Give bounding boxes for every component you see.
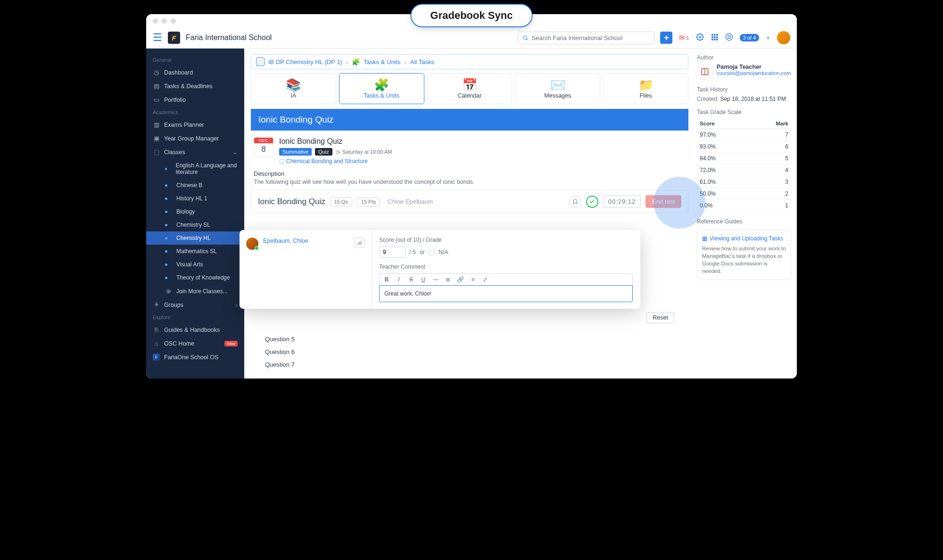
breadcrumb: ⬚ IB DP Chemistry HL (DP 1) › 🧩 Tasks & …	[251, 54, 688, 69]
settings-icon[interactable]	[696, 33, 704, 43]
sidebar-item-exams[interactable]: ▥Exams Planner	[146, 118, 244, 132]
quiz-pill: Quiz	[315, 148, 332, 156]
traffic-close[interactable]	[153, 18, 158, 24]
search-input[interactable]: Search Faria International School	[518, 32, 654, 44]
tile-files[interactable]: 📁Files	[603, 73, 688, 104]
question-item[interactable]: Question 7	[265, 358, 674, 371]
question-item[interactable]: Question 5	[265, 333, 674, 346]
tile-tasks[interactable]: 🧩Tasks & Units	[339, 73, 424, 104]
strike-button[interactable]: S	[408, 276, 414, 283]
traffic-max[interactable]	[171, 18, 176, 24]
sidebar-item-yeargroup[interactable]: ▣Year Group Manager	[146, 132, 244, 145]
comment-editor[interactable]: Great work, Chloe!	[379, 285, 633, 302]
svg-rect-8	[716, 36, 718, 38]
hr-button[interactable]: —	[432, 276, 439, 283]
class-badge-icon[interactable]: ⬚	[256, 58, 265, 66]
italic-button[interactable]: I	[396, 276, 402, 283]
bold-button[interactable]: B	[383, 276, 390, 283]
student-name[interactable]: Epelbaum, Chloe	[263, 238, 308, 244]
grade-scale-row: 97.0%7	[697, 129, 791, 141]
scale-mark: 2	[748, 188, 791, 200]
svg-rect-18	[360, 240, 361, 245]
na-checkbox[interactable]	[429, 249, 435, 255]
dot-icon	[165, 237, 167, 239]
add-button[interactable]: +	[660, 32, 672, 44]
mail-count: 1	[686, 35, 689, 41]
tile-calendar[interactable]: 📅Calendar	[427, 73, 513, 104]
tile-messages[interactable]: ✉️Messages	[515, 73, 600, 104]
bookmark-icon	[572, 199, 578, 205]
author-email[interactable]: courses@pamojaeducation.com	[717, 70, 791, 76]
score-label: Score (out of 10) / Grade	[379, 237, 633, 243]
unit-link[interactable]: ⬚Chemical Bonding and Structure	[279, 158, 392, 165]
dot-icon	[165, 277, 167, 279]
breadcrumb-section[interactable]: Tasks & Units	[364, 58, 401, 66]
sidebar-item-tasks[interactable]: ▤Tasks & Deadlines	[146, 79, 244, 93]
apps-grid-icon[interactable]	[711, 33, 719, 43]
user-avatar[interactable]	[777, 31, 790, 44]
sidebar-item-portfolio[interactable]: ▭Portfolio	[146, 93, 244, 107]
dot-icon	[165, 250, 167, 253]
sidebar-class-tok[interactable]: Theory of Knowledge	[146, 271, 244, 284]
end-test-button[interactable]: End test	[645, 195, 681, 208]
menu-toggle-icon[interactable]: ☰	[153, 32, 162, 44]
folder-icon: 📁	[604, 77, 688, 92]
grade-scale-row: 61.0%3	[697, 176, 791, 188]
sidebar-item-osc[interactable]: ⌂OSC HomeNew	[146, 337, 244, 350]
description-label: Description	[254, 170, 686, 177]
student-avatar[interactable]	[246, 238, 258, 250]
task-title: Ionic Bonding Quiz	[279, 137, 392, 146]
check-button[interactable]	[586, 196, 598, 208]
list-button[interactable]: ≣	[445, 276, 451, 283]
sidebar-class-visual-arts[interactable]: Visual Arts	[146, 258, 244, 271]
traffic-min[interactable]	[162, 18, 167, 24]
sidebar-class-math-sl[interactable]: Mathematics SL	[146, 245, 244, 258]
sidebar-join-classes[interactable]: ⊕Join More Classes...	[146, 284, 244, 298]
nav-tiles: 📚IA 🧩Tasks & Units 📅Calendar ✉️Messages …	[251, 73, 688, 104]
sidebar-class-chinese[interactable]: Chinese B	[146, 179, 244, 192]
questions-list: Question 5 Question 6 Question 7	[251, 327, 688, 377]
brand-logo[interactable]: F	[168, 32, 180, 44]
underline-button[interactable]: U	[420, 276, 427, 283]
tile-ia[interactable]: 📚IA	[251, 73, 336, 104]
topbar: ☰ F Faria International School Search Fa…	[146, 27, 797, 49]
align-button[interactable]: ≡	[470, 276, 476, 283]
stats-button[interactable]	[354, 238, 364, 248]
author-avatar	[697, 64, 713, 80]
breadcrumb-class[interactable]: IB DP Chemistry HL (DP 1)	[268, 58, 342, 66]
sidebar-class-chem-hl[interactable]: Chemistry HL	[146, 231, 244, 245]
chevron-down-icon[interactable]: ▼	[766, 35, 770, 41]
sidebar-item-fariaone[interactable]: FFariaOne School OS	[146, 350, 244, 364]
reference-link[interactable]: ▦Viewing and Uploading Tasks	[702, 235, 786, 243]
fariaone-icon: F	[153, 354, 160, 361]
sidebar-item-dashboard[interactable]: ◷Dashboard	[146, 66, 244, 79]
sidebar-class-biology[interactable]: Biology	[146, 205, 244, 218]
help-tour-icon[interactable]	[725, 33, 733, 43]
reset-button[interactable]: Reset	[646, 312, 674, 323]
bookmark-button[interactable]	[569, 196, 581, 208]
sidebar-item-groups[interactable]: ⚘Groups›	[146, 298, 244, 312]
scale-score: 61.0%	[697, 176, 748, 188]
task-date-month: DEC	[254, 138, 273, 143]
breadcrumb-leaf[interactable]: All Tasks	[410, 58, 434, 66]
link-button[interactable]: 🔗	[457, 276, 464, 283]
sidebar-class-history[interactable]: History HL 1	[146, 192, 244, 205]
sidebar-item-classes[interactable]: ⬚Classes⌄	[146, 145, 244, 159]
calendar-icon: ▦	[702, 235, 707, 243]
sidebar-class-chem-sl[interactable]: Chemistry SL	[146, 218, 244, 231]
scale-mark: 1	[748, 200, 791, 212]
tour-step-badge[interactable]: 3 of 4	[740, 34, 760, 41]
sidebar-item-guides[interactable]: ⎘Guides & Handbooks	[146, 323, 244, 337]
svg-point-0	[524, 36, 528, 40]
home-icon: ⌂	[153, 340, 160, 347]
search-placeholder: Search Faria International School	[531, 34, 622, 41]
sidebar-class-english[interactable]: English A Language and literature	[146, 159, 244, 179]
question-item[interactable]: Question 6	[265, 346, 674, 358]
svg-rect-6	[711, 36, 713, 38]
task-due-time: ◷Saturday at 10:00 AM	[336, 149, 392, 155]
scale-mark: 6	[748, 141, 791, 153]
mail-icon[interactable]: ✉1	[679, 33, 689, 42]
score-input[interactable]	[379, 247, 405, 258]
expand-button[interactable]: ⤢	[482, 276, 488, 283]
sidebar-section-academics: Academics	[146, 107, 244, 118]
